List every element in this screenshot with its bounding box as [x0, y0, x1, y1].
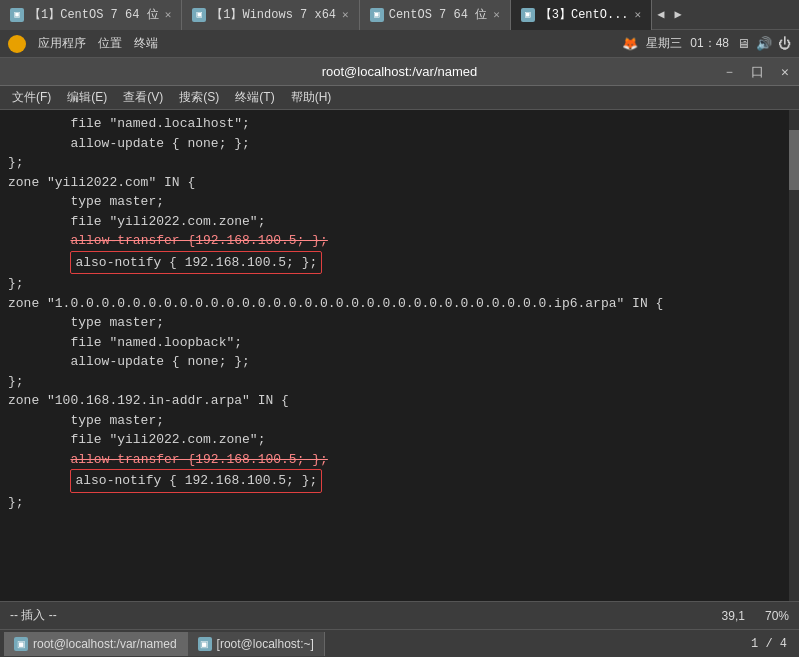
tab-label-centos2: CentOS 7 64 位	[389, 6, 487, 23]
strikethrough-text: allow-transfer {192.168.100.5; };	[70, 452, 327, 467]
menu-bar: 文件(F) 编辑(E) 查看(V) 搜索(S) 终端(T) 帮助(H)	[0, 86, 799, 110]
terminal-line: type master;	[8, 411, 791, 431]
highlighted-text: also-notify { 192.168.100.5; };	[70, 251, 322, 275]
terminal-menu[interactable]: 终端	[134, 35, 158, 52]
apps-menu[interactable]: 应用程序	[38, 35, 86, 52]
tab-icon-win7: ▣	[192, 8, 206, 22]
bottom-tab-label-1: root@localhost:/var/named	[33, 637, 177, 651]
status-percent: 70%	[765, 609, 789, 623]
bottom-tab-named[interactable]: ▣ root@localhost:/var/named	[4, 632, 188, 656]
search-menu[interactable]: 搜索(S)	[171, 87, 227, 108]
bottom-tab-icon-2: ▣	[198, 637, 212, 651]
close-button[interactable]: ✕	[771, 58, 799, 86]
app-icon	[8, 35, 26, 53]
bottom-taskbar: ▣ root@localhost:/var/named ▣ [root@loca…	[0, 629, 799, 657]
time-display: 01：48	[690, 35, 729, 52]
terminal-line: allow-transfer {192.168.100.5; };	[8, 450, 791, 470]
status-position: 39,1	[722, 609, 745, 623]
terminal-line: };	[8, 372, 791, 392]
status-right: 39,1 70%	[722, 609, 789, 623]
terminal-menu-bar[interactable]: 终端(T)	[227, 87, 282, 108]
app-menu: 应用程序 位置 终端	[8, 35, 622, 53]
tab-icon-centos3: ▣	[521, 8, 535, 22]
tab-centos2[interactable]: ▣ CentOS 7 64 位 ✕	[360, 0, 511, 30]
tab-label-centos3: 【3】CentO...	[540, 6, 629, 23]
terminal-area: file "named.localhost"; allow-update { n…	[0, 110, 799, 601]
bottom-tab-root[interactable]: ▣ [root@localhost:~]	[188, 632, 325, 656]
tab-close-centos1[interactable]: ✕	[165, 8, 172, 21]
status-bar: -- 插入 -- 39,1 70%	[0, 601, 799, 629]
tab-close-centos2[interactable]: ✕	[493, 8, 500, 21]
terminal-line: allow-update { none; };	[8, 352, 791, 372]
system-bar: 应用程序 位置 终端 🦊 星期三 01：48 🖥 🔊 ⏻	[0, 30, 799, 58]
terminal-line: type master;	[8, 192, 791, 212]
terminal-line: allow-update { none; };	[8, 134, 791, 154]
highlighted-text: also-notify { 192.168.100.5; };	[70, 469, 322, 493]
tab-scroll-right[interactable]: ▶	[669, 7, 686, 22]
tab-windows7[interactable]: ▣ 【1】Windows 7 x64 ✕	[182, 0, 359, 30]
tab-icon-centos1: ▣	[10, 8, 24, 22]
terminal-line: };	[8, 493, 791, 513]
scrollbar-thumb[interactable]	[789, 130, 799, 190]
tab-scroll-left[interactable]: ◀	[652, 7, 669, 22]
terminal-line: zone "yili2022.com" IN {	[8, 173, 791, 193]
window-controls: － 口 ✕	[715, 58, 799, 86]
scrollbar[interactable]	[789, 110, 799, 601]
system-clock: 🦊 星期三 01：48 🖥 🔊 ⏻	[622, 35, 791, 52]
sys-icons: 🖥 🔊 ⏻	[737, 36, 791, 51]
edit-menu[interactable]: 编辑(E)	[59, 87, 115, 108]
tab-label-centos1: 【1】CentOS 7 64 位	[29, 6, 159, 23]
terminal-line: also-notify { 192.168.100.5; };	[8, 469, 791, 493]
day-display: 星期三	[646, 35, 682, 52]
help-menu[interactable]: 帮助(H)	[283, 87, 340, 108]
terminal-line: zone "100.168.192.in-addr.arpa" IN {	[8, 391, 791, 411]
terminal-line: file "yili2022.com.zone";	[8, 430, 791, 450]
bottom-tab-label-2: [root@localhost:~]	[217, 637, 314, 651]
tab-centos3[interactable]: ▣ 【3】CentO... ✕	[511, 0, 652, 30]
window-titlebar: root@localhost:/var/named － 口 ✕	[0, 58, 799, 86]
volume-icon: 🔊	[756, 36, 772, 51]
terminal-line: };	[8, 274, 791, 294]
terminal-line: allow-transfer {192.168.100.5; };	[8, 231, 791, 251]
terminal-line: also-notify { 192.168.100.5; };	[8, 251, 791, 275]
status-mode: -- 插入 --	[10, 607, 722, 624]
file-menu[interactable]: 文件(F)	[4, 87, 59, 108]
tab-icon-centos2: ▣	[370, 8, 384, 22]
terminal-line: file "named.loopback";	[8, 333, 791, 353]
tab-close-centos3[interactable]: ✕	[635, 8, 642, 21]
top-taskbar: ▣ 【1】CentOS 7 64 位 ✕ ▣ 【1】Windows 7 x64 …	[0, 0, 799, 30]
view-menu[interactable]: 查看(V)	[115, 87, 171, 108]
terminal-line: zone "1.0.0.0.0.0.0.0.0.0.0.0.0.0.0.0.0.…	[8, 294, 791, 314]
strikethrough-text: allow-transfer {192.168.100.5; };	[70, 233, 327, 248]
tab-close-win7[interactable]: ✕	[342, 8, 349, 21]
terminal-line: type master;	[8, 313, 791, 333]
tab-centos1[interactable]: ▣ 【1】CentOS 7 64 位 ✕	[0, 0, 182, 30]
position-menu[interactable]: 位置	[98, 35, 122, 52]
tab-label-win7: 【1】Windows 7 x64	[211, 6, 336, 23]
bottom-tab-icon-1: ▣	[14, 637, 28, 651]
power-icon: ⏻	[778, 36, 791, 51]
terminal-line: };	[8, 153, 791, 173]
firefox-icon: 🦊	[622, 36, 638, 51]
minimize-button[interactable]: －	[715, 58, 743, 86]
maximize-button[interactable]: 口	[743, 58, 771, 86]
window-title: root@localhost:/var/named	[322, 64, 478, 79]
bottom-page-indicator: 1 / 4	[743, 637, 795, 651]
terminal-line: file "yili2022.com.zone";	[8, 212, 791, 232]
terminal-line: file "named.localhost";	[8, 114, 791, 134]
network-icon: 🖥	[737, 36, 750, 51]
